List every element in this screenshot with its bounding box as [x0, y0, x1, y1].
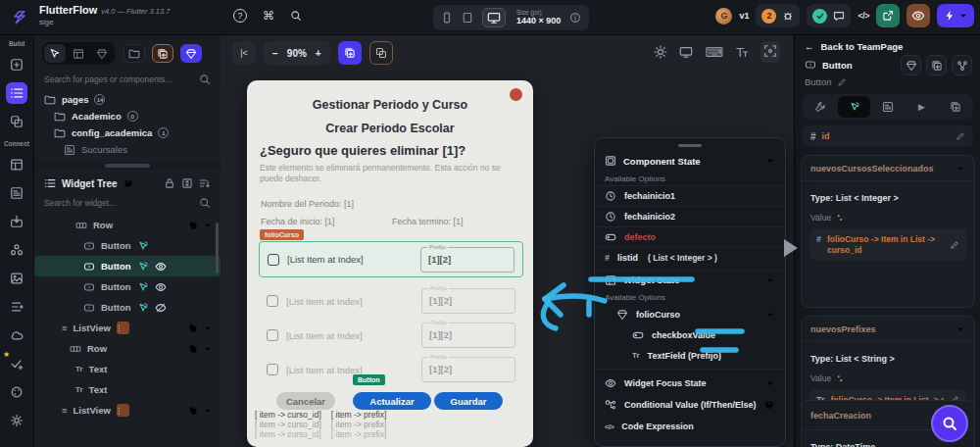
add-widget-icon[interactable]: [188, 406, 198, 416]
nav-add-page-icon[interactable]: [6, 54, 27, 75]
add-page-button[interactable]: [180, 44, 202, 63]
bug-icon[interactable]: [782, 10, 794, 22]
avatar[interactable]: G: [715, 8, 732, 25]
nav-storage-icon[interactable]: [6, 211, 27, 232]
pages-folder-row[interactable]: pages 14: [42, 91, 213, 108]
widget-name-row[interactable]: Button: [805, 76, 847, 87]
run-options-chevron-icon[interactable]: [958, 11, 968, 21]
value-binding-field[interactable]: # folioCurso -> Item in List -> curso_id: [809, 228, 966, 261]
tab-properties[interactable]: [805, 96, 836, 118]
pencil-icon[interactable]: [950, 240, 959, 250]
canvas-clone-button[interactable]: [338, 41, 362, 65]
nav-settings-icon[interactable]: [6, 410, 27, 431]
select-tool-icon[interactable]: [44, 44, 66, 63]
preview-button[interactable]: [906, 4, 930, 27]
chevron-down-icon[interactable]: [956, 324, 965, 334]
cancel-button[interactable]: Cancelar: [276, 392, 335, 410]
checkbox[interactable]: [267, 295, 278, 307]
academico-folder-row[interactable]: Academico 0: [42, 108, 213, 124]
list-row[interactable]: [List Item at Index] Prefijo [1][2]: [259, 284, 523, 318]
row-menu-chevron-icon[interactable]: [203, 406, 213, 416]
slider-icon[interactable]: [835, 213, 845, 223]
tree-listview-row[interactable]: ≡ ListView: [34, 318, 220, 338]
sucursales-component-row[interactable]: Sucursales: [42, 141, 213, 158]
grid-view-icon[interactable]: [68, 44, 89, 63]
tab-state[interactable]: [872, 96, 904, 118]
nav-cloud-functions-icon[interactable]: [6, 324, 27, 346]
light-mode-icon[interactable]: [654, 45, 667, 59]
copy-widget-button[interactable]: [926, 55, 947, 75]
zoom-in-button[interactable]: +: [316, 48, 321, 59]
component-state-header[interactable]: Component State: [595, 151, 785, 171]
visibility-eye-icon[interactable]: [155, 261, 167, 273]
section-header[interactable]: nuevosPrefixes: [802, 317, 974, 342]
option-fechainicio2[interactable]: fechainicio2: [595, 206, 785, 226]
command-palette-icon[interactable]: ⌘: [263, 9, 274, 23]
option-textfield-prefijo[interactable]: Tr TextField (Prefijo): [595, 345, 785, 366]
slider-icon[interactable]: [835, 373, 845, 383]
add-widget-icon[interactable]: [188, 221, 198, 230]
nav-app-flows-icon[interactable]: [6, 296, 27, 318]
tree-row-row[interactable]: Row: [34, 338, 220, 359]
tree-scrollbar[interactable]: [216, 223, 219, 273]
device-preview-icon[interactable]: [679, 45, 693, 59]
nav-theme-icon[interactable]: [6, 381, 27, 403]
drag-handle-icon[interactable]: ≡: [62, 323, 68, 333]
conditional-value-item[interactable]: Conditional Value (If/Then/Else): [595, 394, 785, 416]
keyboard-icon[interactable]: ⌨: [705, 45, 723, 60]
prefix-textfield[interactable]: Prefijo [1][2]: [421, 288, 515, 314]
tree-button-row[interactable]: Button: [34, 297, 220, 318]
tab-animations[interactable]: ▶: [906, 96, 937, 118]
nav-data-types-icon[interactable]: [6, 182, 27, 204]
open-app-button[interactable]: [876, 4, 900, 27]
visibility-eye-off-icon[interactable]: [155, 302, 167, 314]
prefix-textfield[interactable]: Prefijo [1][2]: [420, 247, 514, 273]
list-row[interactable]: [List Item at Index] Prefijo [1][2]: [259, 319, 523, 352]
chevron-down-icon[interactable]: [765, 156, 775, 166]
nav-tests-icon[interactable]: ★: [6, 353, 27, 374]
widget-search-icon[interactable]: [199, 197, 211, 209]
option-fechainicio1[interactable]: fechainicio1: [595, 185, 785, 206]
checkbox[interactable]: [267, 329, 278, 341]
run-button[interactable]: [937, 4, 974, 27]
tree-row-row[interactable]: Row: [34, 215, 220, 235]
prefix-textfield[interactable]: Prefijo [1][2]: [421, 323, 515, 348]
view-code-icon[interactable]: </>: [858, 11, 869, 21]
app-dialog-preview[interactable]: Gestionar Periodo y Curso Crear Periodo …: [247, 80, 533, 447]
widget-focus-state-item[interactable]: Widget Focus State: [595, 372, 785, 394]
lock-icon[interactable]: [164, 177, 175, 189]
pencil-icon[interactable]: [837, 77, 847, 87]
pencil-icon[interactable]: [956, 131, 965, 141]
add-widget-icon[interactable]: [188, 344, 198, 354]
branch-widget-button[interactable]: [952, 55, 972, 75]
tree-filter-icon[interactable]: [199, 177, 211, 189]
tab-docs[interactable]: [940, 96, 971, 118]
code-expression-item[interactable]: </> Code Expression: [595, 416, 785, 437]
id-field[interactable]: # id: [803, 125, 973, 149]
zoom-search-fab[interactable]: [931, 405, 968, 442]
frame-select-button[interactable]: [760, 41, 780, 63]
nav-database-icon[interactable]: [6, 154, 27, 175]
expand-collapse-icon[interactable]: [181, 177, 193, 189]
tree-button-row[interactable]: Button: [34, 235, 220, 256]
resize-handle[interactable]: [105, 164, 150, 168]
option-defecto[interactable]: defecto: [595, 226, 785, 247]
update-button[interactable]: Actualizar: [353, 392, 431, 410]
row-menu-chevron-icon[interactable]: [203, 344, 213, 354]
list-row[interactable]: [List Item at Index] Prefijo [1][2]: [259, 353, 523, 386]
widget-search-input[interactable]: [44, 198, 199, 208]
zoom-out-button[interactable]: −: [272, 48, 278, 59]
checkbox[interactable]: [268, 254, 279, 266]
widget-tree-info-icon[interactable]: [123, 178, 133, 188]
list-row-selected[interactable]: [List Item at Index] Prefijo [1][2]: [259, 241, 523, 277]
row-menu-chevron-icon[interactable]: [203, 323, 213, 333]
tree-listview-row[interactable]: ≡ ListView: [34, 400, 220, 421]
dropdown-drag-handle[interactable]: [678, 144, 702, 147]
tree-button-row[interactable]: Button: [34, 276, 220, 297]
tree-text-row[interactable]: Tr Text: [34, 359, 220, 379]
nav-components-icon[interactable]: [6, 111, 27, 132]
project-name[interactable]: sige: [39, 18, 170, 27]
issues-count-badge[interactable]: 2: [761, 9, 776, 24]
tree-text-row[interactable]: Tr Text: [34, 379, 220, 400]
size-info-icon[interactable]: [569, 12, 581, 24]
